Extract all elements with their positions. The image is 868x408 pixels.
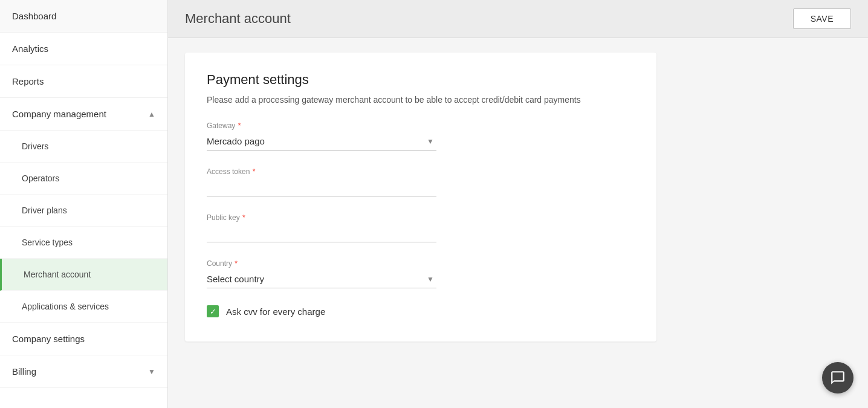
- sidebar-item-operators[interactable]: Operators: [0, 163, 167, 195]
- sidebar: Dashboard Analytics Reports Company mana…: [0, 0, 168, 408]
- sidebar-item-label: Analytics: [12, 44, 48, 54]
- sidebar-item-company-management[interactable]: Company management ▲: [0, 98, 167, 131]
- page-title: Merchant account: [185, 11, 291, 27]
- gateway-required-star: *: [236, 121, 241, 130]
- sidebar-item-label: Applications & services: [22, 302, 109, 311]
- content-area: Payment settings Please add a processing…: [168, 38, 868, 408]
- sidebar-item-merchant-account[interactable]: Merchant account: [0, 259, 167, 291]
- chat-icon: [830, 370, 846, 386]
- card-title: Payment settings: [207, 72, 635, 88]
- sidebar-item-label: Reports: [12, 76, 44, 86]
- sidebar-item-label: Dashboard: [12, 11, 56, 21]
- chevron-down-icon: ▼: [148, 368, 155, 376]
- gateway-label: Gateway *: [207, 121, 635, 130]
- sidebar-item-label: Operators: [22, 173, 59, 183]
- ask-cvv-row[interactable]: ✓ Ask cvv for every charge: [207, 305, 635, 317]
- save-button[interactable]: SAVE: [793, 8, 851, 29]
- public-key-required-star: *: [241, 213, 245, 222]
- country-dropdown-wrap: Select country Argentina Brazil Mexico C…: [207, 270, 436, 288]
- chevron-up-icon: ▲: [148, 110, 155, 118]
- gateway-field: Gateway * Mercado pago Stripe PayPal Bra…: [207, 121, 635, 151]
- sidebar-item-label: Billing: [12, 366, 36, 377]
- sidebar-item-analytics[interactable]: Analytics: [0, 33, 167, 65]
- sidebar-item-billing[interactable]: Billing ▼: [0, 355, 167, 388]
- country-label: Country *: [207, 259, 635, 268]
- sidebar-item-dashboard[interactable]: Dashboard: [0, 0, 167, 33]
- sidebar-item-label: Company management: [12, 109, 106, 119]
- sidebar-item-reports[interactable]: Reports: [0, 65, 167, 98]
- payment-settings-card: Payment settings Please add a processing…: [185, 53, 656, 342]
- card-subtitle: Please add a processing gateway merchant…: [207, 95, 635, 105]
- access-token-field: Access token *: [207, 167, 635, 196]
- access-token-required-star: *: [250, 167, 255, 176]
- country-required-star: *: [233, 259, 238, 268]
- sidebar-item-drivers[interactable]: Drivers: [0, 131, 167, 163]
- gateway-dropdown-wrap: Mercado pago Stripe PayPal Braintree ▼: [207, 132, 436, 151]
- country-field: Country * Select country Argentina Brazi…: [207, 259, 635, 288]
- sidebar-item-label: Driver plans: [22, 206, 67, 215]
- access-token-label: Access token *: [207, 167, 635, 176]
- sidebar-item-service-types[interactable]: Service types: [0, 227, 167, 259]
- sidebar-item-label: Drivers: [22, 141, 48, 151]
- sidebar-item-label: Company settings: [12, 334, 85, 344]
- gateway-select[interactable]: Mercado pago Stripe PayPal Braintree: [207, 132, 436, 150]
- ask-cvv-checkbox[interactable]: ✓: [207, 305, 219, 317]
- top-bar: Merchant account SAVE: [168, 0, 868, 38]
- public-key-input[interactable]: [207, 224, 436, 242]
- sidebar-item-company-settings[interactable]: Company settings: [0, 323, 167, 355]
- sidebar-item-label: Service types: [22, 238, 73, 247]
- sidebar-item-driver-plans[interactable]: Driver plans: [0, 195, 167, 227]
- chat-button[interactable]: [822, 362, 853, 393]
- sidebar-item-label: Merchant account: [24, 270, 91, 279]
- public-key-field: Public key *: [207, 213, 635, 242]
- sidebar-item-applications-services[interactable]: Applications & services: [0, 291, 167, 323]
- access-token-input[interactable]: [207, 178, 436, 196]
- ask-cvv-label: Ask cvv for every charge: [226, 306, 325, 317]
- main-area: Merchant account SAVE Payment settings P…: [168, 0, 868, 408]
- checkmark-icon: ✓: [210, 307, 216, 316]
- country-select[interactable]: Select country Argentina Brazil Mexico C…: [207, 270, 436, 288]
- public-key-label: Public key *: [207, 213, 635, 222]
